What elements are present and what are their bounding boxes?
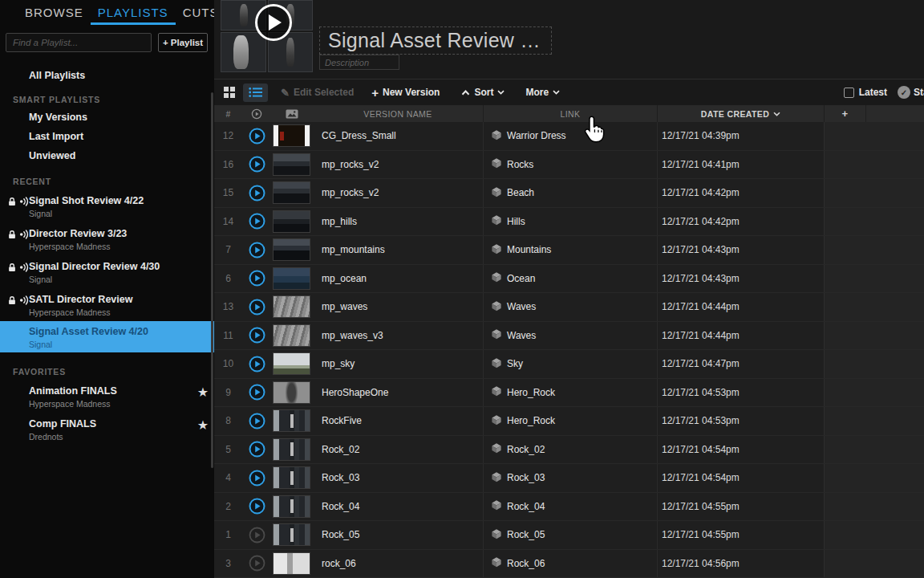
row-play-cell[interactable] <box>242 436 271 464</box>
row-play-cell[interactable] <box>242 179 271 207</box>
version-thumbnail[interactable] <box>273 153 310 176</box>
version-thumbnail[interactable] <box>273 466 310 489</box>
play-button-icon[interactable] <box>249 242 265 258</box>
play-button-icon[interactable] <box>249 156 265 173</box>
play-button-icon[interactable] <box>249 441 265 458</box>
version-thumbnail[interactable] <box>273 381 310 404</box>
version-table-row[interactable]: 1 Rock_05 Rock_05 12/17/21 04:55pm <box>214 521 924 550</box>
sidebar-playlist-item[interactable]: Unviewed <box>0 146 214 165</box>
version-thumbnail[interactable] <box>273 295 310 318</box>
playlist-title-input[interactable]: Signal Asset Review 4/20 <box>319 26 552 55</box>
sidebar-playlist-item[interactable]: Animation FINALS Hyperspace Madness ★ <box>0 380 214 413</box>
row-play-cell[interactable] <box>242 151 271 179</box>
version-table-row[interactable]: 5 Rock_02 Rock_02 12/17/21 04:54pm <box>214 436 924 465</box>
sidebar-playlist-item[interactable]: Director Review 3/23 Hyperspace Madness <box>0 222 214 255</box>
new-version-button[interactable]: + New Version <box>371 86 440 100</box>
version-table-row[interactable]: 6 mp_ocean Ocean 12/17/21 04:43pm <box>214 265 924 294</box>
play-button-icon[interactable] <box>249 384 265 401</box>
row-play-cell[interactable] <box>242 293 271 321</box>
grid-view-button[interactable] <box>219 83 240 101</box>
version-thumbnail[interactable] <box>273 523 310 546</box>
version-thumbnail[interactable] <box>273 124 310 147</box>
version-table-row[interactable]: 12 CG_Dress_Small Warrior Dress 12/17/21… <box>214 122 924 151</box>
sidebar-playlist-item[interactable]: Comp FINALS Drednots ★ <box>0 413 214 446</box>
column-header-play[interactable] <box>242 105 271 122</box>
column-header-thumbnail[interactable] <box>271 105 313 122</box>
row-play-cell[interactable] <box>242 350 271 378</box>
play-button-icon[interactable] <box>249 128 265 144</box>
row-play-cell[interactable] <box>242 493 271 521</box>
version-table-row[interactable]: 15 mp_rocks_v2 Beach 12/17/21 04:42pm <box>214 179 924 208</box>
add-column-button[interactable]: + <box>825 105 866 122</box>
play-button-icon[interactable] <box>249 356 265 372</box>
play-button-icon[interactable] <box>249 299 265 315</box>
sidebar-playlist-item[interactable]: Signal Shot Review 4/22 Signal <box>0 189 214 222</box>
version-table-row[interactable]: 3 rock_06 Rock_06 12/17/21 04:56pm <box>214 550 924 578</box>
playlist-thumbnail-grid[interactable] <box>221 0 313 72</box>
favorite-star-icon[interactable]: ★ <box>197 417 209 433</box>
version-table-row[interactable]: 16 mp_rocks_v2 Rocks 12/17/21 04:41pm <box>214 151 924 180</box>
row-play-cell[interactable] <box>242 322 271 350</box>
new-playlist-button[interactable]: + Playlist <box>158 33 208 52</box>
play-button-icon[interactable] <box>249 327 265 344</box>
version-thumbnail[interactable] <box>273 267 310 290</box>
column-header-link[interactable]: LINK <box>484 105 658 122</box>
play-button-icon[interactable] <box>249 270 265 287</box>
play-button-icon-disabled[interactable] <box>249 527 265 543</box>
sidebar-playlist-item[interactable]: Signal Asset Review 4/20 Signal <box>0 321 214 352</box>
sidebar-playlist-item[interactable]: My Versions <box>0 108 214 127</box>
playlist-description-input[interactable] <box>319 55 399 70</box>
favorite-star-icon[interactable]: ★ <box>197 385 209 400</box>
row-play-cell[interactable] <box>242 521 271 549</box>
row-play-cell[interactable] <box>242 407 271 435</box>
more-button[interactable]: More <box>525 87 560 98</box>
play-button-icon[interactable] <box>249 470 265 486</box>
version-table-row[interactable]: 9 HeroShapeOne Hero_Rock 12/17/21 04:53p… <box>214 379 924 408</box>
version-thumbnail[interactable] <box>273 238 310 261</box>
play-button-icon[interactable] <box>249 413 265 429</box>
version-thumbnail[interactable] <box>273 352 310 375</box>
version-thumbnail[interactable] <box>273 438 310 461</box>
version-table-row[interactable]: 14 mp_hills Hills 12/17/21 04:42pm <box>214 208 924 237</box>
version-table-row[interactable]: 8 RockFive Hero_Rock 12/17/21 04:53pm <box>214 407 924 436</box>
row-play-cell[interactable] <box>242 550 271 578</box>
latest-checkbox[interactable] <box>844 88 854 98</box>
sidebar-item-all-playlists[interactable]: All Playlists <box>0 67 214 84</box>
column-header-date-created[interactable]: DATE CREATED <box>658 105 825 122</box>
play-button-icon-disabled[interactable] <box>249 555 265 572</box>
sidebar-playlist-item[interactable]: Last Import <box>0 127 214 146</box>
tab-cuts[interactable]: CUTS <box>176 0 214 25</box>
version-table-row[interactable]: 10 mp_sky Sky 12/17/21 04:47pm <box>214 350 924 379</box>
playlist-play-button[interactable] <box>255 4 292 41</box>
edit-selected-button[interactable]: ✎ Edit Selected <box>281 87 354 99</box>
version-thumbnail[interactable] <box>273 409 310 432</box>
row-play-cell[interactable] <box>242 379 271 407</box>
play-button-icon[interactable] <box>249 498 265 515</box>
version-table-row[interactable]: 13 mp_waves Waves 12/17/21 04:44pm <box>214 293 924 322</box>
sidebar-scrollbar[interactable] <box>211 92 213 468</box>
playlist-search-input[interactable] <box>6 33 152 52</box>
play-button-icon[interactable] <box>249 213 265 230</box>
version-thumbnail[interactable] <box>273 495 310 518</box>
column-header-version-name[interactable]: VERSION NAME <box>313 105 484 122</box>
row-play-cell[interactable] <box>242 236 271 264</box>
version-table-row[interactable]: 2 Rock_04 Rock_04 12/17/21 04:55pm <box>214 493 924 522</box>
version-thumbnail[interactable] <box>273 181 310 204</box>
sidebar-playlist-item[interactable]: SATL Director Review Hyperspace Madness <box>0 288 214 321</box>
version-table-row[interactable]: 11 mp_waves_v3 Waves 12/17/21 04:44pm <box>214 322 924 351</box>
tab-playlists[interactable]: PLAYLISTS <box>91 0 176 25</box>
row-play-cell[interactable] <box>242 208 271 236</box>
list-view-button[interactable] <box>243 83 268 102</box>
row-play-cell[interactable] <box>242 122 271 150</box>
column-header-number[interactable]: # <box>214 105 242 122</box>
play-button-icon[interactable] <box>249 185 265 201</box>
status-toggle[interactable]: ✓ Status <box>898 86 924 99</box>
version-table-row[interactable]: 7 mp_mountains Mountains 12/17/21 04:43p… <box>214 236 924 265</box>
row-play-cell[interactable] <box>242 265 271 293</box>
sidebar-playlist-item[interactable]: Signal Director Review 4/30 Signal <box>0 255 214 288</box>
tab-browse[interactable]: BROWSE <box>18 0 91 25</box>
version-thumbnail[interactable] <box>273 552 310 575</box>
row-play-cell[interactable] <box>242 464 271 492</box>
version-table-row[interactable]: 4 Rock_03 Rock_03 12/17/21 04:54pm <box>214 464 924 493</box>
sort-button[interactable]: Sort <box>461 87 505 98</box>
